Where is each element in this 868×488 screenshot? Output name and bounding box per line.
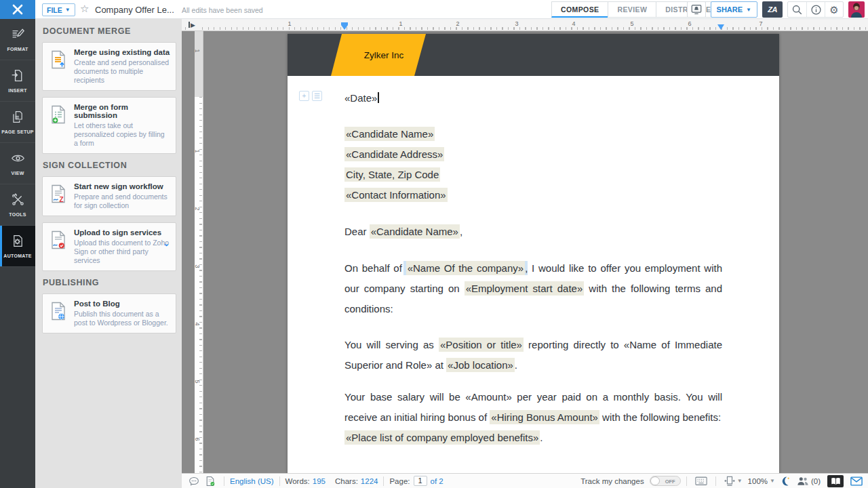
page-number-input[interactable]: 1: [414, 476, 427, 486]
sidebar-item-automate[interactable]: AUTOMATE: [0, 226, 35, 267]
sidebar-item-page-setup[interactable]: PAGE SETUP: [0, 102, 35, 143]
chevron-down-icon: ▼: [746, 7, 751, 13]
statusbar: English (US) Words: 195 Chars: 1224 Page…: [182, 473, 868, 488]
card-start-new-sign-workflow[interactable]: ZStart new sign workflowPrepare and send…: [42, 176, 176, 216]
tools-icon: [11, 192, 25, 209]
track-changes-toggle[interactable]: OFF: [650, 476, 681, 486]
doc-paragraph[interactable]: «Contact Information»: [344, 185, 722, 205]
favorite-star-icon[interactable]: ☆: [80, 3, 89, 15]
sidebar-item-tools[interactable]: TOOLS: [0, 184, 35, 226]
chevron-down-icon: ▼: [737, 478, 743, 484]
fit-page-button[interactable]: ▼: [724, 476, 743, 486]
doc-paragraph[interactable]: On behalf of «Name Of the company», I wo…: [344, 258, 722, 319]
comment-bubble-icon: [189, 476, 199, 487]
doc-paragraph[interactable]: «Place list of company employed benefits…: [344, 428, 722, 448]
char-count[interactable]: 1224: [361, 477, 378, 485]
post-blog-icon: [50, 302, 66, 323]
zoom-control[interactable]: 100% ▼: [748, 477, 775, 485]
zia-button[interactable]: ZA: [762, 1, 783, 18]
words-label: Words:: [285, 477, 310, 485]
doc-paragraph[interactable]: Dear «Candidate Name»,: [344, 222, 722, 242]
vertical-ruler[interactable]: 1123456: [195, 31, 203, 488]
writer-logo[interactable]: [0, 0, 35, 19]
doc-text: On behalf of: [344, 262, 406, 274]
company-name: Zylker Inc: [342, 34, 426, 76]
merge-field[interactable]: «Place list of company employed benefits…: [344, 430, 540, 445]
word-count[interactable]: 195: [313, 477, 326, 485]
tab-compose[interactable]: COMPOSE: [551, 1, 608, 18]
merge-field[interactable]: «Job location»: [446, 358, 515, 372]
right-indent-marker[interactable]: [717, 21, 724, 33]
doc-paragraph[interactable]: «Candidate Name»: [344, 124, 722, 144]
open-book-icon: [831, 477, 841, 485]
document-body[interactable]: «Date»«Candidate Name»«Candidate Address…: [344, 88, 722, 448]
ruler-number: 2: [454, 20, 460, 27]
card-merge-on-form-submission[interactable]: Merge on form submissionLet others take …: [42, 97, 176, 154]
spellcheck-button[interactable]: [205, 476, 216, 487]
settings-button[interactable]: ⚙: [825, 2, 843, 17]
merge-field[interactable]: «Candidate Name»: [370, 224, 460, 239]
card-title: Post to Blog: [74, 300, 170, 308]
card-description: Publish this document as a post to Wordp…: [74, 310, 170, 327]
doc-paragraph[interactable]: «Candidate Address»: [344, 144, 722, 165]
night-mode-button[interactable]: [781, 476, 791, 487]
announcement-button[interactable]: [687, 1, 706, 18]
ruler-number: 5: [194, 380, 201, 383]
sidebar-item-format[interactable]: FORMAT: [0, 19, 35, 60]
file-menu-button[interactable]: FILE▼: [42, 3, 75, 16]
sidebar-item-view[interactable]: VIEW: [0, 143, 35, 184]
keyboard-shortcuts-button[interactable]: [695, 476, 707, 486]
card-upload-to-sign-services[interactable]: Upload to sign servicesUpload this docum…: [42, 222, 176, 271]
quick-insert-controls: + ☰: [299, 91, 322, 101]
share-button[interactable]: SHARE▼: [711, 1, 757, 18]
moon-icon: [781, 476, 791, 487]
left-indent-marker[interactable]: [341, 21, 348, 33]
info-button[interactable]: [806, 2, 825, 17]
sidebar-item-label: VIEW: [11, 171, 24, 176]
gear-icon: ⚙: [829, 5, 838, 15]
merge-field[interactable]: «Candidate Name»: [344, 127, 435, 141]
left-toolbar: FORMATINSERTPAGE SETUPVIEWTOOLSAUTOMATE: [0, 19, 35, 488]
search-icon: [791, 4, 803, 16]
paragraph-options-icon[interactable]: ☰: [312, 91, 322, 101]
text-cursor: [378, 92, 379, 103]
merge-field[interactable]: «Position or title»: [439, 338, 524, 352]
search-button[interactable]: [788, 2, 806, 17]
document-title[interactable]: Company Offer Le...: [95, 5, 174, 15]
ruler-number: 6: [686, 20, 692, 27]
x-logo-icon: [12, 4, 23, 15]
horizontal-ruler[interactable]: ▶ 11234567: [182, 19, 868, 31]
card-title: Merge using existing data: [74, 48, 170, 56]
chevron-down-icon[interactable]: ⌄: [163, 239, 170, 248]
card-post-to-blog[interactable]: Post to BlogPublish this document as a p…: [42, 293, 176, 333]
language-selector[interactable]: English (US): [230, 477, 274, 485]
tab-review[interactable]: REVIEW: [608, 1, 656, 18]
feedback-button[interactable]: [850, 476, 863, 486]
sidebar-item-insert[interactable]: INSERT: [0, 60, 35, 102]
comments-button[interactable]: [189, 476, 199, 487]
chars-label: Chars:: [335, 477, 358, 485]
ruler-number: 2: [194, 207, 201, 210]
utility-icon-group: ⚙: [787, 1, 844, 18]
collaborators-button[interactable]: (0): [797, 476, 821, 486]
add-element-icon[interactable]: +: [299, 91, 309, 101]
insert-icon: [11, 68, 25, 85]
merge-field[interactable]: «Hiring Bonus Amount»: [490, 410, 599, 424]
reader-view-button[interactable]: [827, 475, 844, 487]
merge-field[interactable]: «Candidate Address»: [344, 147, 444, 161]
doc-paragraph[interactable]: Your base salary will be «Amount» per ye…: [344, 387, 722, 428]
merge-form-icon: [50, 105, 66, 127]
merge-field[interactable]: «Contact Information»: [344, 188, 448, 202]
merge-field[interactable]: «Name Of the company»: [406, 261, 526, 275]
doc-paragraph[interactable]: «Date»: [344, 88, 722, 108]
divider: [224, 476, 224, 486]
doc-paragraph[interactable]: You will serving as «Position or title» …: [344, 335, 722, 375]
merge-field[interactable]: «Employment start date»: [465, 281, 585, 296]
panel-collapse-handle[interactable]: ▶: [187, 20, 198, 30]
document-page[interactable]: Zylker Inc + ☰ «Date»«Candidate Name»«Ca…: [288, 34, 779, 488]
doc-paragraph[interactable]: City, State, Zip Code: [344, 165, 722, 185]
card-merge-using-existing-data[interactable]: Merge using existing dataCreate and send…: [42, 42, 176, 91]
merge-field[interactable]: City, State, Zip Code: [344, 167, 440, 182]
letterhead-band: Zylker Inc: [288, 34, 779, 76]
user-avatar[interactable]: [848, 1, 865, 18]
